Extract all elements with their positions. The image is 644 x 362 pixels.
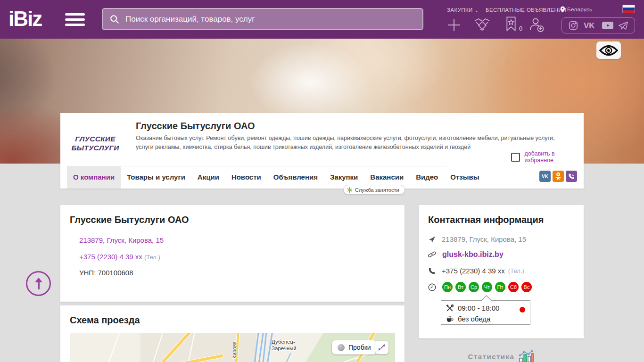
contacts-address-row: 213879, Глуск, Кирова, 15 (428, 235, 526, 243)
traffic-button[interactable]: Пробки (332, 340, 377, 354)
favorite-checkbox[interactable] (511, 153, 520, 162)
traffic-icon (338, 344, 345, 351)
country-selector[interactable]: Беларусь (560, 6, 593, 13)
eye-icon (599, 45, 618, 56)
about-title: Глусские Бытуслуги ОАО (70, 214, 189, 225)
day-badge-wed[interactable]: Ср (469, 282, 479, 292)
vk-share-button[interactable]: VK (539, 171, 551, 182)
scroll-to-top-button[interactable] (26, 271, 51, 296)
nav-free-ads[interactable]: БЕСПЛАТНЫЕ ОБЪЯВЛЕНИЯ (486, 7, 567, 13)
tab-news[interactable]: Новости (225, 166, 267, 189)
company-logo-line1: ГЛУССКИЕ (75, 134, 115, 143)
add-button[interactable] (447, 18, 461, 34)
statistics-link[interactable]: Статистика (419, 350, 584, 362)
map-street (103, 333, 123, 362)
tab-products[interactable]: Товары и услуги (121, 166, 191, 189)
day-badge-mon[interactable]: Пн (442, 282, 453, 292)
company-logo: ГЛУССКИЕ БЫТУСЛУГИ (70, 120, 121, 167)
company-logo-line2: БЫТУСЛУГИ (71, 143, 119, 152)
add-to-favorites[interactable]: добавить в избранное (511, 150, 584, 164)
youtube-icon[interactable] (602, 21, 614, 30)
about-address-link[interactable]: 213879, Глуск, Кирова, 15 (79, 236, 164, 244)
menu-icon[interactable] (65, 13, 85, 26)
nav-arrow-icon (428, 236, 436, 243)
map-title: Схема проезда (70, 315, 140, 326)
instagram-icon[interactable] (568, 20, 578, 31)
contacts-address: 213879, Глуск, Кирова, 15 (442, 235, 526, 243)
weekday-badges: Пн Вт Ср Чт Пт Сб Вс (442, 282, 532, 292)
search-input[interactable] (125, 15, 416, 24)
favorite-label: добавить в избранное (525, 150, 584, 164)
search-icon (109, 14, 120, 25)
tab-promos[interactable]: Акции (191, 166, 225, 189)
tab-reviews[interactable]: Отзывы (444, 166, 485, 189)
tab-ads[interactable]: Объявления (267, 166, 324, 189)
phone-icon (428, 267, 436, 275)
handshake-icon[interactable] (473, 17, 491, 33)
bookmark-star-icon (505, 16, 517, 32)
tools-icon (446, 304, 454, 312)
company-tabs: О компании Товары и услуги Акции Новости… (67, 166, 486, 189)
about-card: Глусские Бытуслуги ОАО 213879, Глуск, Ки… (60, 205, 405, 302)
accessibility-eye-button[interactable] (596, 41, 621, 59)
map-river-branch (278, 353, 291, 362)
lunch-label: без обеда (458, 315, 490, 323)
favorites-bookmark[interactable]: 0 (505, 16, 522, 32)
header: iBiz ЗАКУПКИ⌄ БЕСПЛАТНЫЕ ОБЪЯВЛЕНИЯ Бела… (0, 0, 644, 39)
employment-tooltip-label: Служба занятости (355, 187, 399, 193)
company-card: ГЛУССКИЕ БЫТУСЛУГИ Глусские Бытуслуги ОА… (60, 113, 584, 189)
about-phone-link[interactable]: +375 (2230) 4 39 хх (Тел.) (79, 253, 160, 261)
contacts-card: Контактная информация 213879, Глуск, Кир… (419, 205, 584, 338)
chevron-down-icon: ⌄ (474, 8, 479, 13)
nav-zakupki[interactable]: ЗАКУПКИ⌄ (447, 7, 479, 13)
employment-badge-icon (347, 187, 353, 193)
employment-service-tooltip[interactable]: Служба занятости (343, 185, 405, 195)
status-dot (520, 307, 525, 313)
day-badge-tue[interactable]: Вт (455, 282, 466, 292)
location-pin-icon (560, 6, 565, 13)
up-arrow-icon (33, 277, 44, 290)
day-badge-thu[interactable]: Чт (482, 282, 492, 292)
svg-text:VK: VK (584, 21, 595, 30)
viber-button[interactable] (566, 171, 577, 182)
vk-icon[interactable]: VK (583, 21, 597, 30)
contacts-title: Контактная информация (428, 214, 544, 225)
company-unp: УНП: 700100608 (79, 269, 133, 277)
working-hours-tooltip: 09:00 - 18:00 без обеда (441, 300, 530, 325)
link-icon (428, 251, 436, 258)
traffic-label: Пробки (348, 344, 371, 351)
about-phone-number[interactable]: +375 (2230) 4 39 хх (79, 253, 142, 261)
phone-type-label: (Тел.) (144, 254, 160, 261)
clock-icon (428, 283, 436, 291)
map-canvas[interactable]: Дубенец- Заречный Кирова Пробки (70, 333, 395, 362)
map-street-label: Кирова (231, 341, 237, 359)
company-description: Оказание бытовых услуг. Ремонт обуви, ре… (136, 134, 566, 152)
day-badge-sat[interactable]: Сб (508, 282, 519, 292)
contacts-website-link[interactable]: glusk-kbo.ibiz.by (442, 250, 504, 259)
map-district-label: Дубенец- Заречный (272, 338, 297, 352)
statistics-label: Статистика (468, 353, 515, 361)
contacts-phone-row: +375 (2230) 4 39 хх (Тел.) (428, 267, 524, 275)
coffee-icon (446, 315, 454, 322)
signup-person-add-icon[interactable] (529, 17, 545, 34)
tab-video[interactable]: Видео (410, 166, 444, 189)
day-badge-fri[interactable]: Пт (495, 282, 505, 292)
header-social-links: VK (561, 17, 635, 33)
odnoklassniki-share-button[interactable] (553, 171, 564, 182)
map-card: Схема проезда Дубенец- Заречный Кирова П… (60, 305, 405, 362)
tab-about[interactable]: О компании (67, 166, 121, 189)
phone-type-label: (Тел.) (508, 267, 524, 274)
working-hours: 09:00 - 18:00 (458, 304, 499, 312)
favorites-count: 0 (519, 25, 522, 32)
schedule-row: Пн Вт Ср Чт Пт Сб Вс (428, 282, 532, 292)
telegram-icon[interactable] (618, 21, 628, 30)
day-badge-sun[interactable]: Вс (521, 282, 532, 292)
contacts-phone-number[interactable]: +375 (2230) 4 39 хх (442, 267, 505, 275)
site-logo[interactable]: iBiz (8, 6, 41, 32)
company-name: Глусские Бытуслуги ОАО (136, 121, 255, 132)
map-expand-button[interactable] (375, 341, 388, 354)
stats-chart-icon (518, 350, 534, 362)
search-bar (102, 8, 423, 30)
language-flag-ru-icon[interactable] (622, 5, 635, 13)
expand-icon (378, 344, 386, 351)
